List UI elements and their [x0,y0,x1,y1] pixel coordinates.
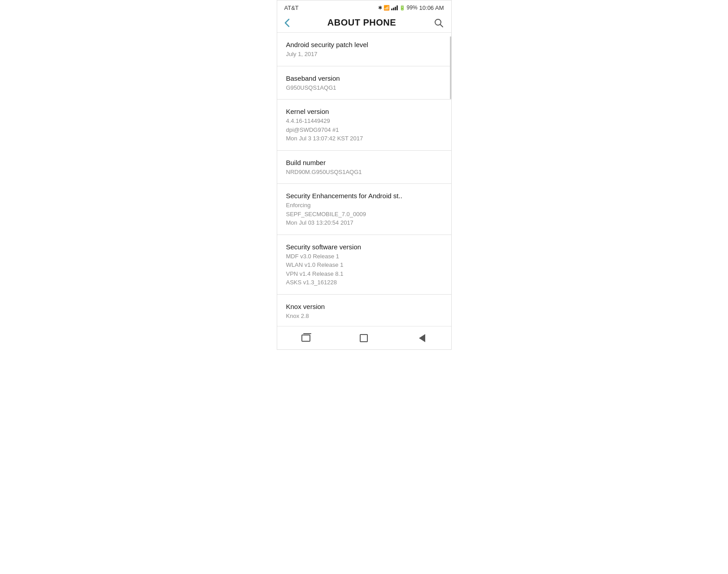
signal-bars-icon [391,5,398,10]
section-value-security-enhancements: Enforcing SEPF_SECMOBILE_7.0_0009 Mon Ju… [286,201,442,227]
back-nav-button[interactable] [411,330,433,346]
home-icon [360,334,368,342]
section-item-security-software-version: Security software versionMDF v3.0 Releas… [277,235,451,295]
section-value-security-software-version: MDF v3.0 Release 1 WLAN v1.0 Release 1 V… [286,252,442,287]
bluetooth-icon: ✱ [378,5,382,11]
back-nav-icon [419,334,425,342]
home-button[interactable] [353,330,375,346]
section-item-android-security-patch: Android security patch levelJuly 1, 2017 [277,33,451,66]
section-value-baseband-version: G950USQS1AQG1 [286,83,442,92]
section-item-baseband-version: Baseband versionG950USQS1AQG1 [277,66,451,100]
section-title-knox-version: Knox version [286,303,442,310]
section-title-security-enhancements: Security Enhancements for Android st.. [286,192,442,200]
status-right-icons: ✱ 📶 🔋 99% 10:06 AM [378,4,444,11]
carrier-label: AT&T [284,4,299,11]
page-title: ABOUT PHONE [327,17,396,28]
section-title-security-software-version: Security software version [286,243,442,251]
recent-apps-button[interactable] [295,330,317,346]
section-item-knox-version: Knox versionKnox 2.8 Standard SDK 5.8.0 … [277,295,451,323]
status-bar: AT&T ✱ 📶 🔋 99% 10:06 AM [277,0,451,13]
scrollbar-thumb [450,36,451,99]
status-icons: ✱ 📶 🔋 99% [378,4,418,11]
section-value-knox-version: Knox 2.8 Standard SDK 5.8.0 Premium SDK … [286,312,442,323]
section-value-kernel-version: 4.4.16-11449429 dpi@SWDG9704 #1 Mon Jul … [286,117,442,143]
status-time: 10:06 AM [419,4,444,11]
scrollbar-track [449,0,451,349]
section-value-build-number: NRD90M.G950USQS1AQG1 [286,168,442,177]
wifi-icon: 📶 [384,5,390,11]
section-title-baseband-version: Baseband version [286,74,442,82]
header: ABOUT PHONE [277,13,451,33]
battery-icon: 🔋 [399,5,405,11]
content-area: Android security patch levelJuly 1, 2017… [277,33,451,322]
navigation-bar [277,326,451,349]
section-title-android-security-patch: Android security patch level [286,41,442,48]
section-item-build-number: Build numberNRD90M.G950USQS1AQG1 [277,151,451,184]
battery-percent: 99% [407,4,418,11]
search-button[interactable] [434,18,444,28]
section-value-android-security-patch: July 1, 2017 [286,50,442,59]
section-item-kernel-version: Kernel version4.4.16-11449429 dpi@SWDG97… [277,100,451,151]
section-title-build-number: Build number [286,159,442,166]
section-item-security-enhancements: Security Enhancements for Android st..En… [277,184,451,235]
section-title-kernel-version: Kernel version [286,108,442,115]
recent-apps-icon [301,335,310,342]
back-button[interactable] [284,18,290,27]
